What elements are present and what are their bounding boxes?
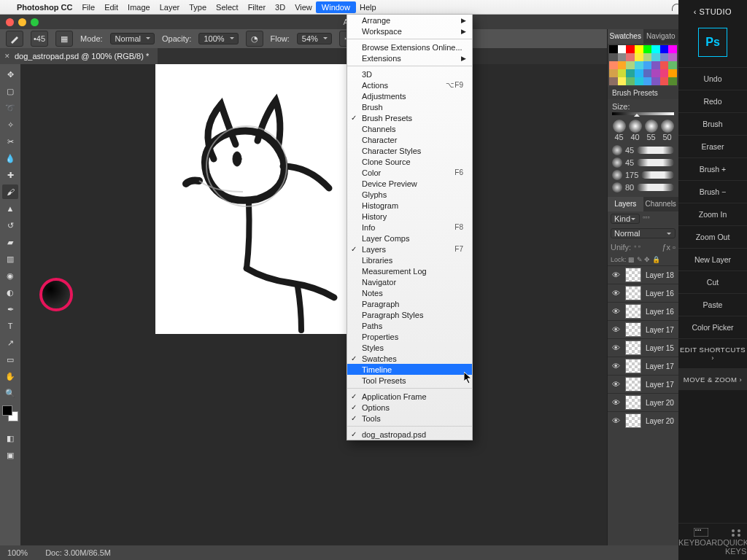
menu-item-browse-extensions-online-[interactable]: Browse Extensions Online... — [347, 42, 472, 52]
visibility-icon[interactable]: 👁 — [611, 380, 621, 389]
menu-view[interactable]: View — [295, 3, 312, 12]
swatch[interactable] — [660, 45, 669, 53]
swatch[interactable] — [643, 69, 652, 77]
move-tool-icon[interactable]: ✥ — [2, 67, 18, 82]
layer-thumb[interactable] — [625, 304, 641, 319]
visibility-icon[interactable]: 👁 — [611, 343, 621, 352]
menu-item-character-styles[interactable]: Character Styles — [347, 145, 472, 156]
swatch[interactable] — [651, 45, 660, 53]
layer-thumb[interactable] — [625, 268, 641, 282]
type-tool-icon[interactable]: T — [2, 319, 18, 333]
menu-item-paragraph[interactable]: Paragraph — [347, 298, 472, 309]
quickkeys-button[interactable]: QUICK KEYS — [723, 524, 747, 560]
menu-item-libraries[interactable]: Libraries — [347, 254, 472, 265]
swatch[interactable] — [609, 45, 618, 53]
swatch[interactable] — [651, 77, 660, 85]
menu-item-layer-comps[interactable]: Layer Comps — [347, 233, 472, 244]
layer-row[interactable]: 👁Layer 17 — [608, 375, 678, 393]
swatches-grid[interactable] — [608, 44, 678, 87]
layer-row[interactable]: 👁Layer 16 — [608, 302, 678, 320]
menu-item-info[interactable]: Info F8 — [347, 222, 472, 233]
move-zoom-button[interactable]: MOVE & ZOOM › — [678, 368, 747, 390]
menu-item-navigator[interactable]: Navigator — [347, 276, 472, 287]
swatch[interactable] — [609, 53, 618, 61]
menu-item-histogram[interactable]: Histogram — [347, 200, 472, 211]
studio-paste-button[interactable]: Paste — [678, 293, 747, 316]
menu-window[interactable]: Window — [316, 1, 356, 13]
studio-cut-button[interactable]: Cut — [678, 271, 747, 293]
studio-brush −-button[interactable]: Brush − — [678, 180, 747, 203]
layer-thumb[interactable] — [625, 341, 641, 355]
magic-wand-tool-icon[interactable]: ✧ — [2, 117, 18, 132]
swatch[interactable] — [651, 61, 660, 69]
menu-item-swatches[interactable]: ✓ Swatches — [347, 353, 472, 364]
brush-panel-toggle-icon[interactable]: ▦ — [55, 31, 73, 47]
swatch[interactable] — [660, 61, 669, 69]
swatch[interactable] — [618, 77, 627, 85]
menu-help[interactable]: Help — [360, 3, 376, 12]
swatch[interactable] — [668, 69, 677, 77]
layer-kind-filter[interactable]: Kind — [611, 214, 640, 224]
eraser-tool-icon[interactable]: ▰ — [2, 235, 18, 249]
layer-lock-row[interactable]: Lock: ▩ ✎ ✥ 🔒 — [608, 254, 678, 265]
swatch[interactable] — [626, 77, 635, 85]
layer-row[interactable]: 👁Layer 16 — [608, 284, 678, 302]
brush-list-item[interactable]: 175 — [612, 169, 674, 181]
swatch[interactable] — [643, 77, 652, 85]
menu-item-tool-presets[interactable]: Tool Presets — [347, 375, 472, 386]
brush-tool-icon[interactable] — [6, 31, 23, 47]
swatch[interactable] — [618, 53, 627, 61]
menu-item-actions[interactable]: Actions ⌥F9 — [347, 79, 472, 90]
layer-thumb[interactable] — [625, 377, 641, 392]
tab-channels[interactable]: Channels — [643, 197, 679, 211]
menu-item-timeline[interactable]: Timeline — [347, 364, 472, 375]
canvas[interactable] — [155, 64, 348, 334]
menu-item-options[interactable]: ✓ Options — [347, 402, 472, 413]
menu-filter[interactable]: Filter — [248, 3, 266, 12]
history-brush-tool-icon[interactable]: ↺ — [2, 218, 18, 233]
swatch[interactable] — [618, 45, 627, 53]
swatch[interactable] — [635, 61, 643, 69]
menu-item-application-frame[interactable]: ✓ Application Frame — [347, 391, 472, 402]
swatch[interactable] — [651, 53, 660, 61]
menu-item-brush-presets[interactable]: ✓ Brush Presets — [347, 112, 472, 123]
photoshop-logo-icon[interactable]: Ps — [698, 28, 727, 57]
layer-thumb[interactable] — [625, 413, 641, 428]
brush-thumb[interactable]: 40 — [628, 120, 642, 141]
menu-image[interactable]: Image — [128, 3, 150, 12]
menu-item-device-preview[interactable]: Device Preview — [347, 178, 472, 189]
menu-type[interactable]: Type — [189, 3, 206, 12]
edit-shortcuts-button[interactable]: EDIT SHORTCUTS › — [678, 338, 747, 368]
layer-thumb[interactable] — [625, 359, 641, 373]
swatch[interactable] — [635, 69, 643, 77]
menu-item-adjustments[interactable]: Adjustments — [347, 90, 472, 101]
studio-zoom in-button[interactable]: Zoom In — [678, 203, 747, 225]
menu-item-styles[interactable]: Styles — [347, 342, 472, 353]
swatch[interactable] — [626, 45, 635, 53]
brush-list-item[interactable]: 80 — [612, 182, 674, 193]
menu-item-character[interactable]: Character — [347, 134, 472, 145]
pen-tool-icon[interactable]: ✒ — [2, 302, 18, 316]
brush-thumb[interactable]: 45 — [612, 120, 626, 141]
studio-zoom out-button[interactable]: Zoom Out — [678, 225, 747, 248]
tab-swatches[interactable]: Swatches — [608, 29, 643, 44]
menu-edit[interactable]: Edit — [104, 3, 118, 12]
menu-item-glyphs[interactable]: Glyphs — [347, 189, 472, 200]
gradient-tool-icon[interactable]: ▥ — [2, 252, 18, 266]
menu-3d[interactable]: 3D — [275, 3, 285, 12]
crop-tool-icon[interactable]: ✂ — [2, 134, 18, 149]
path-tool-icon[interactable]: ↗ — [2, 335, 18, 350]
keyboard-button[interactable]: KEYBOARD — [678, 524, 723, 560]
window-close[interactable] — [6, 18, 14, 26]
marquee-tool-icon[interactable]: ▢ — [2, 84, 18, 98]
swatch[interactable] — [609, 61, 618, 69]
menu-item-properties[interactable]: Properties — [347, 331, 472, 342]
menu-item-brush[interactable]: Brush — [347, 101, 472, 112]
layer-row[interactable]: 👁Layer 20 — [608, 393, 678, 411]
menu-item-history[interactable]: History — [347, 211, 472, 222]
close-tab-icon[interactable]: ✕ — [4, 52, 10, 60]
swatch[interactable] — [609, 69, 618, 77]
dodge-tool-icon[interactable]: ◐ — [2, 285, 18, 300]
menu-item-arrange[interactable]: Arrange ▶ — [347, 15, 472, 26]
layer-thumb[interactable] — [625, 322, 641, 337]
